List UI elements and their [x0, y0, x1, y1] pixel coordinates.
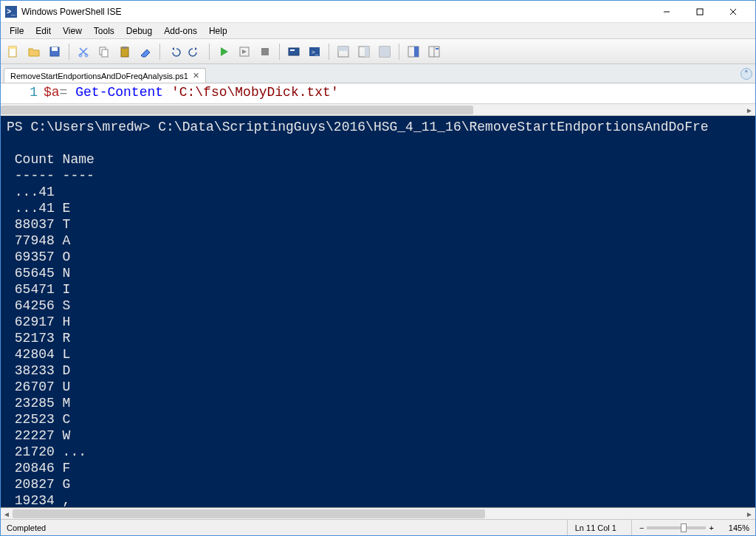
toolbar-separator [159, 44, 160, 60]
stop-button[interactable] [255, 42, 275, 61]
tab-close-button[interactable]: ✕ [193, 71, 199, 80]
svg-rect-5 [9, 47, 16, 49]
token-operator: = [60, 85, 68, 100]
app-icon: >_ [5, 6, 17, 18]
layout-right-icon [357, 45, 371, 58]
statusbar: Completed Ln 11 Col 1 − + 145% [1, 519, 755, 535]
save-icon [48, 45, 61, 58]
play-icon [217, 45, 230, 58]
undo-button[interactable] [165, 42, 184, 61]
window-title: Windows PowerShell ISE [21, 7, 121, 17]
close-icon [729, 8, 737, 16]
cursor-position: Ln 11 Col 1 [567, 520, 624, 535]
scroll-right-arrow[interactable]: ► [743, 508, 755, 520]
start-powershell-button[interactable]: >_ [305, 42, 324, 61]
open-button[interactable] [24, 42, 44, 61]
menu-edit[interactable]: Edit [30, 24, 57, 38]
run-selection-icon [238, 45, 251, 58]
layout-top-icon [337, 45, 350, 58]
minimize-button[interactable] [650, 1, 683, 23]
show-command-button[interactable] [404, 42, 423, 61]
clear-button[interactable] [136, 42, 155, 61]
console-horizontal-scrollbar[interactable]: ◄ ► [1, 507, 755, 519]
titlebar: >_ Windows PowerShell ISE [1, 1, 755, 23]
show-script-max-button[interactable] [375, 42, 394, 61]
command-pane-icon [407, 45, 420, 58]
status-text: Completed [7, 523, 46, 532]
svg-text:>_: >_ [312, 49, 319, 55]
line-number-gutter: 1 [1, 85, 44, 103]
toolbar: >_ [1, 39, 755, 64]
token-cmdlet: Get-Content [75, 85, 163, 100]
menu-file[interactable]: File [4, 24, 30, 38]
scrollbar-thumb[interactable] [1, 106, 473, 114]
svg-rect-1 [697, 9, 703, 15]
editor-horizontal-scrollbar[interactable]: ◄ ► [1, 104, 755, 116]
svg-rect-25 [379, 47, 390, 57]
new-file-icon [7, 45, 20, 58]
run-button[interactable] [214, 42, 233, 61]
menu-view[interactable]: View [57, 24, 88, 38]
redo-icon [188, 45, 202, 58]
file-tab[interactable]: RemoveStartEndportionsAndDoFreqAnalysis.… [4, 68, 206, 83]
zoom-control[interactable]: − + [631, 520, 721, 535]
powershell-icon: >_ [308, 45, 321, 58]
script-editor[interactable]: 1 $a= Get-Content 'C:\fso\MobyDick.txt' [1, 83, 755, 104]
scroll-left-arrow[interactable]: ◄ [1, 508, 13, 520]
tabstrip: RemoveStartEndportionsAndDoFreqAnalysis.… [1, 64, 755, 83]
svg-rect-27 [414, 47, 419, 57]
scissors-icon [77, 45, 90, 58]
token-variable: $a [44, 85, 60, 100]
scroll-right-arrow[interactable]: ► [743, 104, 755, 116]
maximize-icon [696, 8, 704, 16]
svg-rect-15 [261, 48, 269, 55]
svg-rect-21 [338, 47, 348, 51]
token-string: 'C:\fso\MobyDick.txt' [171, 85, 339, 100]
menu-debug[interactable]: Debug [120, 24, 158, 38]
svg-rect-30 [436, 48, 439, 49]
chevron-up-icon: ˄ [744, 69, 749, 79]
show-command-addon-button[interactable] [425, 42, 444, 61]
zoom-slider-track[interactable] [647, 526, 706, 529]
copy-button[interactable] [94, 42, 114, 61]
undo-icon [168, 45, 181, 58]
minimize-icon [663, 8, 670, 16]
redo-button[interactable] [185, 42, 205, 61]
toolbar-separator [69, 44, 69, 60]
zoom-slider-handle[interactable] [681, 523, 687, 532]
menu-tools[interactable]: Tools [88, 24, 120, 38]
tab-label: RemoveStartEndportionsAndDoFreqAnalysis.… [10, 72, 188, 80]
show-script-right-button[interactable] [354, 42, 374, 61]
run-selection-button[interactable] [235, 42, 254, 61]
maximize-button[interactable] [683, 1, 716, 23]
svg-rect-16 [289, 48, 299, 55]
menu-addons[interactable]: Add-ons [158, 24, 203, 38]
console-pane-wrap: PS C:\Users\mredw> C:\Data\ScriptingGuys… [1, 116, 755, 519]
menubar: File Edit View Tools Debug Add-ons Help [1, 23, 755, 39]
show-script-button[interactable] [334, 42, 353, 61]
save-button[interactable] [45, 42, 64, 61]
zoom-percent: 145% [729, 523, 749, 532]
zoom-in-icon[interactable]: + [709, 523, 713, 532]
svg-rect-17 [290, 49, 295, 51]
paste-button[interactable] [115, 42, 134, 61]
code-line[interactable]: $a= Get-Content 'C:\fso\MobyDick.txt' [44, 85, 755, 103]
close-button[interactable] [716, 1, 749, 23]
layout-max-icon [378, 45, 391, 58]
copy-icon [97, 45, 111, 58]
zoom-out-icon[interactable]: − [639, 523, 644, 532]
remote-tab-icon [287, 45, 300, 58]
menu-help[interactable]: Help [203, 24, 233, 38]
command-addon-icon [427, 45, 441, 58]
clipboard-icon [118, 45, 131, 58]
svg-rect-7 [52, 47, 58, 51]
console-pane[interactable]: PS C:\Users\mredw> C:\Data\ScriptingGuys… [1, 116, 755, 507]
open-folder-icon [27, 45, 41, 58]
new-remote-button[interactable] [284, 42, 303, 61]
script-pane-toggle[interactable]: ˄ [740, 68, 752, 80]
toolbar-separator [279, 44, 280, 60]
svg-rect-23 [365, 47, 369, 57]
new-button[interactable] [4, 42, 23, 61]
scrollbar-thumb[interactable] [13, 509, 485, 518]
cut-button[interactable] [74, 42, 93, 61]
